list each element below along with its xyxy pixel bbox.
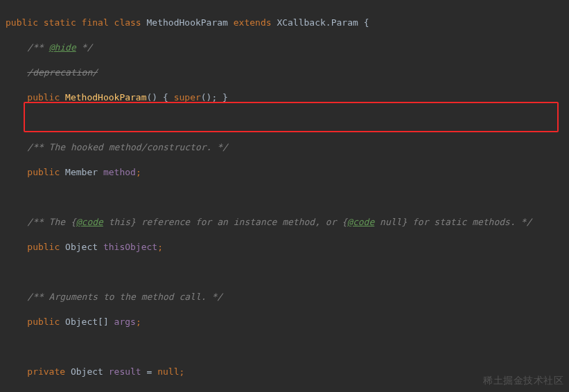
code-line: public MethodHookParam() { super(); } xyxy=(6,91,569,104)
code-line: public Member method; xyxy=(6,166,569,179)
code-editor: public static final class MethodHookPara… xyxy=(0,0,569,392)
code-line xyxy=(6,116,569,129)
code-line: /** @hide */ xyxy=(6,42,569,54)
code-line: public Object thisObject; xyxy=(6,241,569,253)
code-line xyxy=(6,266,569,278)
code-line xyxy=(6,341,569,353)
code-line: /** The hooked method/constructor. */ xyxy=(6,141,569,154)
code-line xyxy=(6,191,569,204)
code-line: /deprecation/ xyxy=(6,66,569,79)
code-line: private Object result = null; xyxy=(6,366,569,378)
code-line: /** Arguments to the method call. */ xyxy=(6,291,569,303)
code-line: public static final class MethodHookPara… xyxy=(6,17,569,29)
code-line: public Object[] args; xyxy=(6,316,569,328)
code-line: /** The {@code this} reference for an in… xyxy=(6,216,569,229)
